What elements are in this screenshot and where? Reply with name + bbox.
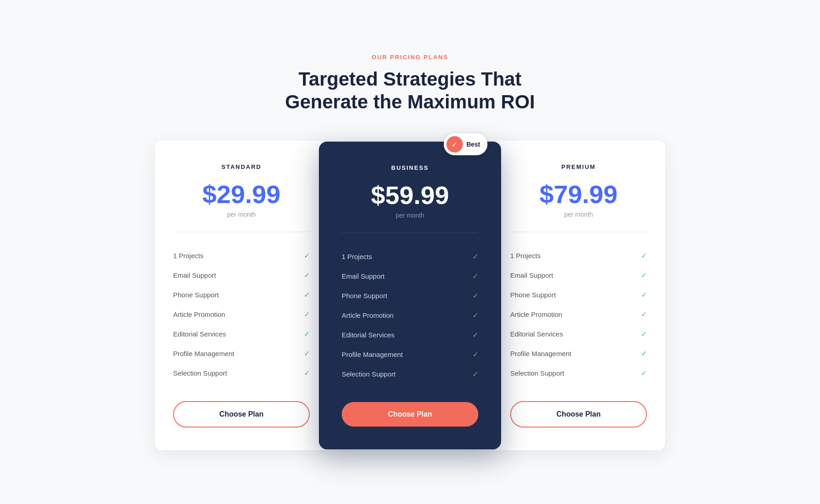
check-icon: ✓ [304,290,310,299]
list-item: 1 Projects ✓ [173,246,310,265]
list-item: Selection Support ✓ [510,363,647,383]
check-icon: ✓ [472,252,478,261]
check-icon: ✓ [304,310,310,319]
check-icon: ✓ [641,290,647,299]
check-icon: ✓ [641,310,647,319]
check-icon: ✓ [641,271,647,280]
plans-container: STANDARD $29.99 per month 1 Projects ✓ E… [155,141,665,450]
check-icon: ✓ [472,350,478,359]
header-title: Targeted Strategies That Generate the Ma… [285,68,535,114]
best-badge-icon: ✓ [446,136,463,153]
list-item: Profile Management ✓ [173,344,310,363]
best-badge-text: Best [466,141,480,148]
list-item: Article Promotion ✓ [510,305,647,324]
plan-business-features: 1 Projects ✓ Email Support ✓ Phone Suppo… [342,247,478,384]
list-item: Phone Support ✓ [173,285,310,305]
best-badge: ✓ Best [444,133,487,155]
page-header: OUR PRICING PLANS Targeted Strategies Th… [285,54,535,114]
check-icon: ✓ [304,251,310,260]
list-item: Phone Support ✓ [510,285,647,305]
list-item: 1 Projects ✓ [510,246,647,265]
list-item: Article Promotion ✓ [342,305,478,325]
plan-premium-price: $79.99 [510,179,647,209]
list-item: Email Support ✓ [342,266,478,286]
choose-plan-standard-button[interactable]: Choose Plan [173,401,310,428]
plan-standard-period: per month [173,211,310,218]
plan-standard-price: $29.99 [173,179,310,209]
check-icon: ✓ [304,369,310,377]
plan-standard: STANDARD $29.99 per month 1 Projects ✓ E… [155,141,328,450]
plan-premium: PREMIUM $79.99 per month 1 Projects ✓ Em… [492,141,665,450]
plan-standard-divider [173,232,310,232]
list-item: Profile Management ✓ [510,344,647,363]
list-item: Selection Support ✓ [173,363,310,383]
check-icon: ✓ [472,272,478,280]
list-item: Editorial Services ✓ [510,324,647,344]
check-icon: ✓ [641,251,647,260]
plan-premium-divider [510,232,647,232]
check-icon: ✓ [641,369,647,377]
list-item: Email Support ✓ [510,265,647,285]
list-item: Phone Support ✓ [342,286,478,305]
list-item: Editorial Services ✓ [342,325,478,345]
check-icon: ✓ [472,291,478,300]
plan-premium-name: PREMIUM [510,163,647,170]
list-item: 1 Projects ✓ [342,247,478,266]
check-icon: ✓ [304,271,310,280]
list-item: Selection Support ✓ [342,364,478,384]
plan-standard-name: STANDARD [173,163,310,170]
plan-business-divider [342,233,478,233]
choose-plan-business-button[interactable]: Choose Plan [342,402,478,427]
plan-business: ✓ Best BUSINESS $59.99 per month 1 Proje… [319,142,501,449]
list-item: Editorial Services ✓ [173,324,310,344]
check-icon: ✓ [472,331,478,339]
plan-business-name: BUSINESS [342,164,478,171]
check-icon: ✓ [641,330,647,338]
plan-premium-features: 1 Projects ✓ Email Support ✓ Phone Suppo… [510,246,647,383]
list-item: Email Support ✓ [173,265,310,285]
plan-business-period: per month [342,212,478,219]
check-icon: ✓ [304,330,310,338]
plan-premium-period: per month [510,211,647,218]
list-item: Profile Management ✓ [342,345,478,364]
choose-plan-premium-button[interactable]: Choose Plan [510,401,647,428]
plan-standard-features: 1 Projects ✓ Email Support ✓ Phone Suppo… [173,246,310,383]
check-icon: ✓ [472,370,478,378]
list-item: Article Promotion ✓ [173,305,310,324]
header-subtitle: OUR PRICING PLANS [285,54,535,61]
check-icon: ✓ [304,349,310,358]
plan-business-price: $59.99 [342,180,478,210]
check-icon: ✓ [641,349,647,358]
check-icon: ✓ [472,311,478,320]
